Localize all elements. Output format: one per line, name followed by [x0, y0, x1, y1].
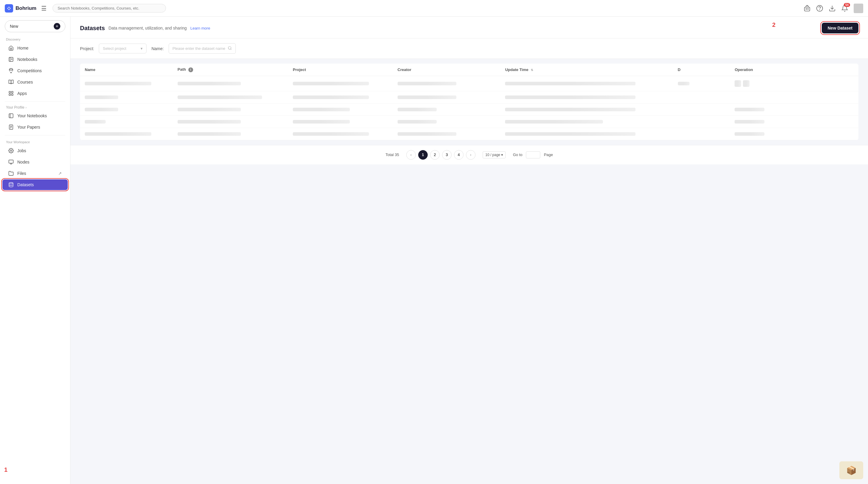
skeleton-cell [505, 96, 636, 99]
logo-icon [5, 4, 13, 12]
name-search-input[interactable]: Please enter the dataset name [168, 43, 236, 54]
sidebar-item-files[interactable]: Files ↗ [2, 168, 68, 179]
competitions-icon [8, 68, 14, 73]
sidebar-item-competitions[interactable]: Competitions [2, 65, 68, 76]
notification-badge: 54 [844, 3, 850, 7]
your-notebooks-icon [8, 113, 14, 119]
col-name: Name [80, 64, 173, 76]
skeleton-cell [85, 82, 151, 85]
new-button[interactable]: New + [5, 20, 65, 32]
sidebar-item-nodes[interactable]: Nodes [2, 157, 68, 167]
sidebar-item-notebooks[interactable]: Notebooks [2, 54, 68, 65]
notification-icon[interactable]: 54 [841, 5, 848, 12]
datasets-icon [8, 182, 14, 187]
skeleton-cell [505, 120, 603, 124]
app-logo[interactable]: Bohrium [5, 4, 36, 12]
sidebar-item-apps-label: Apps [17, 91, 27, 96]
page-size-label: 10 / page [485, 153, 500, 157]
skeleton-action [735, 108, 765, 111]
help-icon[interactable] [816, 5, 823, 12]
prev-page-button[interactable]: ‹ [406, 150, 416, 160]
discovery-label: Discovery [0, 35, 70, 42]
svg-rect-15 [9, 94, 10, 96]
skeleton-cell [178, 82, 241, 85]
svg-rect-13 [9, 91, 10, 93]
chevron-down-icon: ▾ [141, 46, 143, 51]
plus-icon: + [54, 23, 60, 30]
skeleton-cell [505, 108, 636, 111]
next-page-button[interactable]: › [466, 150, 475, 160]
sidebar-item-your-notebooks[interactable]: Your Notebooks [2, 110, 68, 121]
menu-icon[interactable]: ☰ [41, 5, 46, 12]
your-profile-section[interactable]: Your Profile › [0, 104, 70, 110]
skeleton-cell [178, 96, 262, 99]
your-papers-icon [8, 124, 14, 130]
download-icon[interactable] [829, 5, 836, 12]
svg-rect-16 [12, 94, 13, 96]
col-path: Path i [173, 64, 288, 76]
col-project: Project [288, 64, 393, 76]
skeleton-cell [85, 120, 106, 124]
col-d: D [673, 64, 730, 76]
svg-rect-9 [9, 57, 13, 62]
bot-icon[interactable] [804, 5, 811, 12]
search-input[interactable] [53, 4, 166, 12]
goto-input[interactable] [526, 151, 540, 158]
page-header: Datasets Data management, utilization, a… [70, 17, 868, 38]
svg-rect-17 [9, 114, 13, 118]
svg-point-3 [806, 8, 807, 9]
notebooks-icon [8, 57, 14, 62]
skeleton-cell [178, 132, 241, 136]
new-dataset-button[interactable]: New Dataset [822, 23, 859, 33]
sidebar-item-notebooks-label: Notebooks [17, 57, 37, 62]
avatar[interactable] [854, 4, 863, 13]
svg-point-1 [8, 7, 10, 9]
skeleton-cell [178, 120, 241, 124]
main-content: Datasets Data management, utilization, a… [70, 17, 868, 484]
layout: New + Discovery Home Note [0, 17, 868, 484]
files-external-icon[interactable]: ↗ [58, 171, 62, 176]
home-icon [8, 45, 14, 51]
table-row [80, 116, 859, 128]
project-select[interactable]: Select project ▾ [99, 43, 147, 54]
path-info-icon[interactable]: i [188, 67, 193, 72]
skeleton-action [743, 80, 749, 87]
skeleton-cell [398, 96, 456, 99]
page-1-button[interactable]: 1 [418, 150, 428, 160]
learn-more-link[interactable]: Learn more [190, 26, 210, 30]
pagination-total: Total 35 [385, 153, 399, 157]
col-operation: Operation [730, 64, 859, 76]
table-container: Name Path i Project Creator [70, 59, 868, 145]
page-3-button[interactable]: 3 [442, 150, 452, 160]
col-update-time[interactable]: Update Time ⇅ [500, 64, 673, 76]
workspace-label: Your Workspace [0, 138, 70, 145]
your-profile-label: Your Profile [6, 105, 25, 109]
sidebar-item-jobs[interactable]: Jobs [2, 145, 68, 156]
annotation-2: 2 [772, 22, 775, 28]
sidebar-item-your-notebooks-label: Your Notebooks [17, 114, 47, 118]
sidebar-item-apps[interactable]: Apps [2, 88, 68, 99]
nodes-icon [8, 159, 14, 165]
skeleton-cell [398, 132, 456, 136]
sidebar-item-datasets[interactable]: Datasets [2, 179, 68, 190]
name-filter-label: Name: [151, 46, 163, 51]
svg-rect-14 [12, 91, 13, 93]
sidebar-item-home[interactable]: Home [2, 43, 68, 54]
sidebar-item-courses-label: Courses [17, 80, 33, 85]
skeleton-cell [505, 132, 636, 136]
col-creator: Creator [393, 64, 501, 76]
skeleton-action [735, 132, 765, 136]
page-2-button[interactable]: 2 [430, 150, 440, 160]
skeleton-cell [293, 132, 369, 136]
skeleton-action [735, 120, 765, 124]
project-filter-label: Project: [80, 46, 94, 51]
table-row [80, 103, 859, 116]
page-size-select[interactable]: 10 / page ▾ [483, 151, 506, 158]
table-row [80, 128, 859, 140]
sidebar-item-your-papers[interactable]: Your Papers [2, 122, 68, 132]
svg-point-23 [10, 150, 12, 152]
page-4-button[interactable]: 4 [454, 150, 464, 160]
sidebar-item-files-label: Files [17, 171, 26, 176]
sidebar-item-courses[interactable]: Courses [2, 77, 68, 88]
files-icon [8, 171, 14, 176]
